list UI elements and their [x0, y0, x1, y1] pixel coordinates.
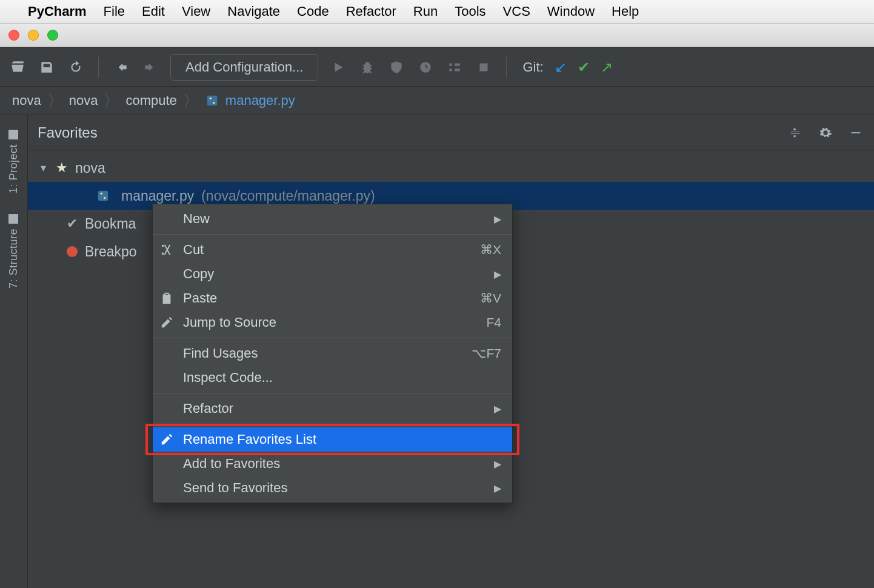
- context-menu-item[interactable]: Refactor▶: [153, 396, 512, 421]
- menu-item-label: Send to Favorites: [183, 480, 485, 496]
- menu-item-label: Inspect Code...: [183, 370, 501, 386]
- node-label: manager.py: [121, 188, 194, 204]
- node-path: (nova/compute/manager.py): [201, 188, 375, 204]
- menu-item-label: Add to Favorites: [183, 456, 485, 472]
- toolbar-separator: [506, 57, 507, 78]
- coverage-icon[interactable]: [387, 58, 405, 76]
- sidebar-tab-project[interactable]: 1: Project: [7, 130, 20, 193]
- submenu-arrow-icon: ▶: [494, 269, 501, 280]
- pencil-icon: [159, 315, 175, 330]
- sidebar-tab-structure[interactable]: 7: Structure: [7, 214, 20, 289]
- debug-icon[interactable]: [358, 58, 376, 76]
- app-menu[interactable]: PyCharm: [28, 4, 87, 19]
- menu-navigate[interactable]: Navigate: [227, 4, 280, 19]
- clipboard-icon: [159, 290, 175, 306]
- hide-icon[interactable]: [847, 124, 864, 141]
- collapse-icon[interactable]: [787, 124, 804, 141]
- context-menu-item[interactable]: Copy▶: [153, 262, 512, 286]
- svg-point-8: [104, 197, 106, 199]
- favorites-root-node[interactable]: ▾ ★ nova: [28, 154, 874, 182]
- breadcrumb-part[interactable]: nova: [69, 93, 98, 109]
- context-menu-item[interactable]: Inspect Code...: [153, 366, 512, 390]
- mac-menu-bar: PyCharm File Edit View Navigate Code Ref…: [0, 0, 874, 23]
- menu-item-label: Cut: [183, 242, 472, 258]
- breadcrumb-part[interactable]: nova: [12, 93, 41, 109]
- project-icon: [9, 130, 19, 139]
- profiler-icon[interactable]: [416, 58, 435, 76]
- svg-point-4: [213, 102, 215, 104]
- menu-item-label: Jump to Source: [183, 315, 478, 330]
- context-menu-item[interactable]: Jump to SourceF4: [153, 310, 512, 335]
- context-menu-item[interactable]: Send to Favorites▶: [153, 476, 512, 500]
- forward-icon[interactable]: [141, 58, 159, 76]
- menu-item-shortcut: ⌥F7: [472, 346, 501, 361]
- zoom-window-button[interactable]: [47, 30, 58, 41]
- stop-icon[interactable]: [475, 58, 493, 76]
- menu-vcs[interactable]: VCS: [503, 4, 530, 19]
- submenu-arrow-icon: ▶: [494, 458, 501, 470]
- menu-item-label: Copy: [183, 266, 485, 282]
- node-label: Breakpo: [85, 244, 137, 260]
- menu-item-label: Find Usages: [183, 346, 463, 361]
- save-icon[interactable]: [38, 58, 56, 76]
- breadcrumb-part[interactable]: compute: [125, 93, 176, 109]
- context-menu-item[interactable]: Add to Favorites▶: [153, 452, 512, 476]
- context-menu-item[interactable]: New▶: [153, 207, 512, 231]
- context-menu-item[interactable]: Cut⌘X: [153, 238, 512, 262]
- menu-tools[interactable]: Tools: [455, 4, 485, 19]
- menu-item-shortcut: ⌘V: [480, 291, 501, 306]
- menu-item-shortcut: ⌘X: [480, 242, 501, 257]
- back-icon[interactable]: [112, 58, 130, 76]
- chevron-down-icon[interactable]: ▾: [38, 161, 48, 175]
- blank-icon: [159, 370, 175, 386]
- python-file-icon: [205, 93, 219, 108]
- svg-rect-2: [207, 96, 218, 106]
- menu-refactor[interactable]: Refactor: [346, 4, 396, 19]
- node-label: nova: [75, 160, 105, 176]
- context-menu-item[interactable]: Paste⌘V: [153, 286, 512, 310]
- git-push-icon[interactable]: ↗: [601, 59, 613, 76]
- svg-rect-6: [98, 191, 108, 201]
- submenu-arrow-icon: ▶: [494, 483, 501, 494]
- submenu-arrow-icon: ▶: [494, 213, 501, 225]
- window-chrome: [0, 23, 874, 47]
- svg-rect-1: [480, 63, 488, 71]
- star-icon: ★: [56, 160, 68, 176]
- git-label: Git:: [522, 59, 543, 75]
- svg-rect-5: [852, 132, 861, 133]
- gear-icon[interactable]: [817, 124, 834, 141]
- minimize-window-button[interactable]: [28, 30, 39, 41]
- menu-help[interactable]: Help: [612, 4, 639, 19]
- context-menu-item[interactable]: Rename Favorites List: [153, 427, 512, 452]
- close-window-button[interactable]: [8, 30, 19, 41]
- menu-item-shortcut: F4: [486, 315, 501, 330]
- bookmark-icon: ✔: [67, 216, 78, 232]
- menu-view[interactable]: View: [182, 4, 210, 19]
- chevron-right-icon: 〉: [104, 90, 119, 112]
- breakpoint-icon: [67, 246, 78, 257]
- python-file-icon: [96, 189, 110, 203]
- git-update-icon[interactable]: ↙: [555, 59, 567, 76]
- open-file-icon[interactable]: [8, 58, 27, 76]
- blank-icon: [159, 480, 175, 496]
- run-icon[interactable]: [329, 58, 347, 76]
- blank-icon: [159, 401, 175, 416]
- concurrent-icon[interactable]: [445, 58, 464, 76]
- blank-icon: [159, 346, 175, 361]
- context-menu-item[interactable]: Find Usages⌥F7: [153, 341, 512, 366]
- chevron-right-icon: 〉: [47, 90, 63, 112]
- breadcrumb: nova 〉 nova 〉 compute 〉 manager.py: [0, 86, 874, 115]
- svg-point-3: [209, 98, 212, 100]
- add-configuration-button[interactable]: Add Configuration...: [170, 54, 318, 81]
- menu-window[interactable]: Window: [547, 4, 595, 19]
- menu-code[interactable]: Code: [297, 4, 329, 19]
- menu-file[interactable]: File: [104, 4, 125, 19]
- reload-icon[interactable]: [67, 58, 85, 76]
- blank-icon: [159, 211, 175, 227]
- menu-run[interactable]: Run: [413, 4, 438, 19]
- git-commit-icon[interactable]: ✔: [578, 59, 590, 76]
- breadcrumb-file[interactable]: manager.py: [225, 93, 295, 109]
- menu-edit[interactable]: Edit: [142, 4, 165, 19]
- submenu-arrow-icon: ▶: [494, 403, 501, 415]
- node-label: Bookma: [85, 216, 136, 232]
